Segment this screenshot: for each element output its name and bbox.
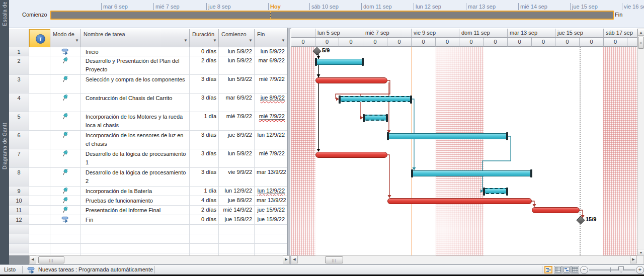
critical-task-bar[interactable] xyxy=(315,152,387,158)
manual-task-bar[interactable] xyxy=(363,115,387,121)
gantt-vscroll-thumb[interactable]: ≡ xyxy=(638,37,644,49)
mode-cell[interactable] xyxy=(50,47,81,56)
empty-cell[interactable] xyxy=(255,244,287,253)
column-header-comienzo[interactable]: Comienzo ▼ xyxy=(219,29,255,47)
duration-cell[interactable]: 1 día xyxy=(190,187,219,196)
chevron-down-icon[interactable]: ▼ xyxy=(75,38,79,43)
status-new-tasks-label[interactable]: Nuevas tareas : Programada automáticamen… xyxy=(38,266,153,272)
start-date-cell[interactable]: lun 5/9/22 xyxy=(219,75,255,94)
task-name-cell[interactable]: Incorporación de la Batería xyxy=(81,187,190,196)
chevron-down-icon[interactable]: ▼ xyxy=(249,38,253,43)
timescale-strip[interactable]: Escala de xyxy=(0,0,9,28)
scroll-up-arrow-icon[interactable]: ▲ xyxy=(637,29,644,36)
gantt-day-cell[interactable]: 0 xyxy=(363,38,387,47)
gantt-day-cell[interactable]: 0 xyxy=(555,38,580,47)
gantt-day-cell[interactable]: 0 xyxy=(412,38,436,47)
start-date-cell[interactable]: jue 8/9/22 xyxy=(219,131,255,149)
indicator-cell[interactable] xyxy=(29,112,50,131)
task-name-cell[interactable]: Incorporación de los sensores de luz en … xyxy=(81,131,190,149)
empty-cell[interactable] xyxy=(50,244,81,253)
row-number-cell[interactable]: 10 xyxy=(9,196,29,206)
finish-date-cell[interactable]: lun 5/9/22 xyxy=(255,47,287,56)
row-number-cell[interactable]: 1 xyxy=(9,47,29,56)
task-name-cell[interactable]: Desarrollo y Presentación del Plan del P… xyxy=(81,56,190,75)
zoom-out-button[interactable]: − xyxy=(580,266,588,274)
duration-cell[interactable]: 4 días xyxy=(190,196,219,206)
mode-cell[interactable] xyxy=(50,94,81,112)
gantt-date-column-header[interactable]: jue 15 sep xyxy=(555,29,604,38)
indicator-cell[interactable] xyxy=(29,149,50,168)
mode-cell[interactable] xyxy=(50,206,81,215)
finish-date-cell[interactable]: lun 12/9/22 xyxy=(255,187,287,196)
duration-cell[interactable]: 3 días xyxy=(190,75,219,94)
mode-cell[interactable] xyxy=(50,56,81,75)
start-date-cell[interactable]: lun 5/9/22 xyxy=(219,56,255,75)
empty-cell[interactable] xyxy=(219,244,255,253)
row-number-cell[interactable]: 6 xyxy=(9,131,29,149)
empty-cell[interactable] xyxy=(81,234,190,244)
scroll-left-arrow-icon[interactable]: ◀ xyxy=(29,255,36,263)
manual-task-bar[interactable] xyxy=(339,96,412,102)
finish-date-cell[interactable]: mar 13/9/22 xyxy=(255,168,287,187)
table-hscroll-thumb[interactable]: ||| xyxy=(38,256,64,263)
milestone-diamond-icon[interactable] xyxy=(577,216,585,225)
finish-date-cell[interactable]: mié 7/9/22 xyxy=(255,75,287,94)
manual-task-bar[interactable] xyxy=(387,133,508,139)
mode-cell[interactable] xyxy=(50,168,81,187)
duration-cell[interactable]: 3 días xyxy=(190,168,219,187)
scroll-left-arrow-icon[interactable]: ◀ xyxy=(291,255,298,263)
row-number-cell[interactable]: 8 xyxy=(9,168,29,187)
gantt-day-cell[interactable]: 0 xyxy=(484,38,508,47)
finish-date-cell[interactable]: mar 13/9/22 xyxy=(255,196,287,206)
scroll-down-arrow-icon[interactable]: ▼ xyxy=(637,249,644,255)
start-date-cell[interactable]: lun 5/9/22 xyxy=(219,47,255,56)
scroll-right-arrow-icon[interactable]: ▶ xyxy=(283,255,290,263)
task-name-cell[interactable]: Inicio xyxy=(81,47,190,56)
task-name-cell[interactable]: Incorporación de los Motores y la rueda … xyxy=(81,112,190,131)
gantt-date-column-header[interactable] xyxy=(291,29,315,38)
resource-sheet-view-button[interactable] xyxy=(571,266,579,273)
gantt-day-cell[interactable]: 0 xyxy=(508,38,532,47)
indicator-cell[interactable] xyxy=(29,215,50,225)
column-header-fin[interactable]: Fin ▼ xyxy=(255,29,287,47)
duration-cell[interactable]: 3 días xyxy=(190,131,219,149)
start-date-cell[interactable]: mié 14/9/22 xyxy=(219,206,255,215)
scroll-right-arrow-icon[interactable]: ▶ xyxy=(630,255,637,263)
critical-task-bar[interactable] xyxy=(532,207,580,213)
row-number-cell[interactable]: 2 xyxy=(9,56,29,75)
zoom-in-button[interactable]: + xyxy=(636,266,644,274)
mode-cell[interactable] xyxy=(50,215,81,225)
duration-cell[interactable]: 2 días xyxy=(190,206,219,215)
critical-task-bar[interactable] xyxy=(315,77,387,83)
empty-cell[interactable] xyxy=(9,225,29,234)
indicator-cell[interactable] xyxy=(29,56,50,75)
start-date-cell[interactable]: mié 7/9/22 xyxy=(219,112,255,131)
gantt-header-dates[interactable]: lun 5 sepmié 7 sepvie 9 sepdom 11 sepmar… xyxy=(290,29,637,38)
empty-cell[interactable] xyxy=(190,225,219,234)
row-number-cell[interactable]: 5 xyxy=(9,112,29,131)
indicator-cell[interactable] xyxy=(29,206,50,215)
finish-date-cell[interactable]: jue 8/9/22 xyxy=(255,94,287,112)
empty-cell[interactable] xyxy=(81,225,190,234)
table-horizontal-scrollbar[interactable]: ◀ ||| ▶ xyxy=(29,255,290,264)
mode-cell[interactable] xyxy=(50,196,81,206)
timeline-overview-bar[interactable] xyxy=(50,11,614,20)
mode-cell[interactable] xyxy=(50,149,81,168)
start-date-cell[interactable]: lun 12/9/22 xyxy=(219,187,255,196)
gantt-day-cell[interactable]: 0 xyxy=(532,38,555,47)
gantt-day-cell[interactable]: 0 xyxy=(315,38,339,47)
row-number-cell[interactable]: 11 xyxy=(9,206,29,215)
gantt-date-column-header[interactable]: mié 7 sep xyxy=(363,29,412,38)
gantt-day-cell[interactable]: 0 xyxy=(580,38,604,47)
gantt-hscroll-thumb[interactable]: ||| xyxy=(325,256,343,263)
task-name-cell[interactable]: Presentación del Informe Final xyxy=(81,206,190,215)
gantt-header-days[interactable]: 00000000000000 xyxy=(290,38,637,47)
timeline-overview[interactable]: mar 6 sepmié 7 sepjue 8 sepHoysáb 10 sep… xyxy=(9,0,644,28)
chevron-down-icon[interactable]: ▼ xyxy=(213,38,217,43)
start-date-cell[interactable]: jue 8/9/22 xyxy=(219,196,255,206)
gantt-date-column-header[interactable]: lun 5 sep xyxy=(315,29,363,38)
column-header-info[interactable]: i xyxy=(29,29,50,47)
empty-cell[interactable] xyxy=(255,234,287,244)
chevron-down-icon[interactable]: ▼ xyxy=(184,38,188,43)
start-date-cell[interactable]: jue 15/9/22 xyxy=(219,215,255,225)
